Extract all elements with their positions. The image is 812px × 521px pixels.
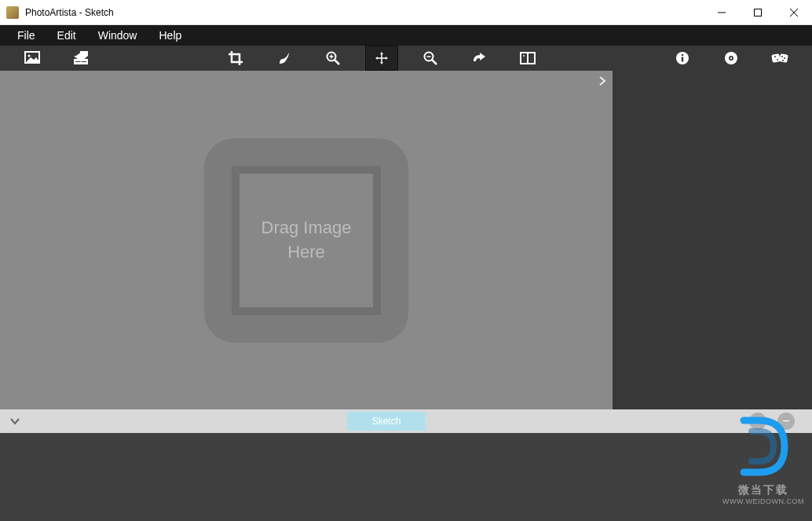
svg-rect-27 — [771, 53, 781, 63]
compare-button[interactable] — [511, 46, 544, 71]
dropzone[interactable]: Drag ImageHere — [204, 138, 408, 343]
pan-button[interactable] — [365, 46, 398, 71]
svg-rect-8 — [75, 60, 87, 64]
random-button[interactable] — [763, 46, 796, 71]
add-preset-button[interactable]: + — [749, 413, 766, 430]
svg-rect-23 — [682, 57, 683, 62]
preset-bar: Sketch + − — [0, 409, 812, 433]
brush-button[interactable] — [268, 46, 301, 71]
svg-rect-1 — [755, 9, 762, 16]
bottom-panel — [0, 433, 812, 521]
menu-file[interactable]: File — [6, 28, 46, 43]
open-image-button[interactable] — [16, 46, 49, 71]
maximize-button[interactable] — [740, 0, 776, 25]
canvas-area[interactable]: Drag ImageHere — [0, 71, 613, 409]
svg-point-31 — [781, 56, 783, 57]
save-image-button[interactable] — [64, 46, 97, 71]
svg-point-22 — [682, 54, 684, 57]
window-title: PhotoArtista - Sketch — [25, 7, 114, 18]
zoom-in-button[interactable] — [316, 46, 349, 71]
expand-presets-icon[interactable] — [9, 414, 20, 428]
redo-button[interactable] — [463, 46, 496, 71]
svg-point-29 — [774, 56, 776, 57]
svg-line-10 — [335, 60, 339, 64]
dropzone-text: Drag ImageHere — [262, 216, 352, 265]
minimize-button[interactable] — [704, 0, 740, 25]
zoom-out-button[interactable] — [414, 46, 447, 71]
side-panel — [613, 71, 812, 409]
svg-point-5 — [28, 55, 31, 57]
info-button[interactable] — [666, 46, 699, 71]
svg-point-20 — [523, 55, 525, 57]
dropzone-inner: Drag ImageHere — [232, 166, 381, 315]
svg-line-16 — [432, 60, 437, 64]
close-button[interactable] — [776, 0, 812, 25]
svg-point-32 — [784, 57, 785, 59]
menu-window[interactable]: Window — [87, 28, 148, 43]
toolbar — [0, 46, 812, 71]
menu-edit[interactable]: Edit — [46, 28, 87, 43]
app-icon — [6, 6, 19, 19]
svg-point-26 — [730, 57, 732, 59]
menu-help[interactable]: Help — [148, 28, 192, 43]
svg-point-33 — [782, 60, 784, 61]
menubar: File Edit Window Help — [0, 25, 812, 46]
settings-button[interactable] — [715, 46, 748, 71]
remove-preset-button[interactable]: − — [777, 413, 795, 430]
crop-button[interactable] — [219, 46, 252, 71]
svg-point-30 — [777, 59, 778, 61]
titlebar: PhotoArtista - Sketch — [0, 0, 812, 25]
preset-tab-sketch[interactable]: Sketch — [347, 412, 426, 431]
workspace: Drag ImageHere — [0, 71, 812, 409]
collapse-panel-icon[interactable] — [598, 75, 606, 90]
